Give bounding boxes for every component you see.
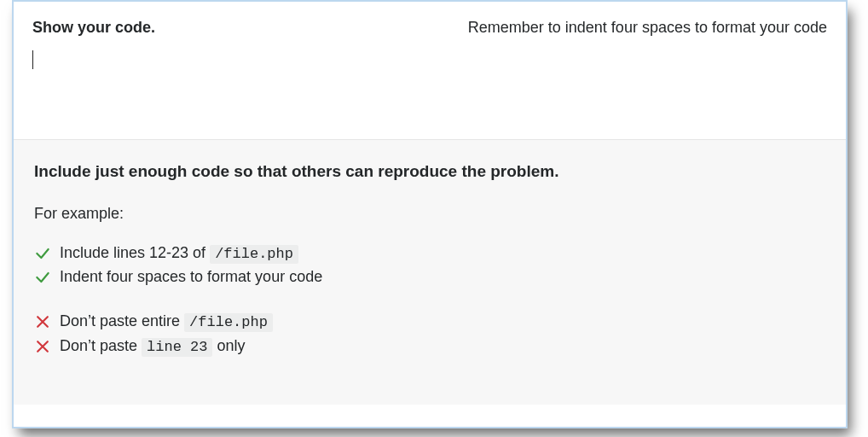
cross-icon xyxy=(34,338,60,355)
panel-header: Show your code. Remember to indent four … xyxy=(14,2,846,37)
guidance-headline: Include just enough code so that others … xyxy=(34,162,825,181)
indent-hint: Remember to indent four spaces to format… xyxy=(468,19,827,37)
tip-text: Include lines 12-23 of /file.php xyxy=(60,242,298,265)
code-input-panel: Show your code. Remember to indent four … xyxy=(12,0,848,428)
cross-icon xyxy=(34,313,60,330)
panel-title: Show your code. xyxy=(32,19,155,37)
check-icon xyxy=(34,269,60,286)
tip-text: Don’t paste line 23 only xyxy=(60,335,246,358)
bad-tips: Don’t paste entire /file.php Don’t paste… xyxy=(34,310,825,358)
guidance-section: Include just enough code so that others … xyxy=(14,139,846,405)
list-item: Don’t paste line 23 only xyxy=(34,335,825,358)
text-caret xyxy=(32,50,33,69)
check-icon xyxy=(34,245,60,262)
code-textarea[interactable] xyxy=(14,37,846,139)
good-tips: Include lines 12-23 of /file.php Indent … xyxy=(34,242,825,289)
list-item: Don’t paste entire /file.php xyxy=(34,310,825,334)
list-item: Indent four spaces to format your code xyxy=(34,265,825,289)
list-item: Include lines 12-23 of /file.php xyxy=(34,242,825,265)
guidance-example-label: For example: xyxy=(34,205,825,223)
tip-text: Indent four spaces to format your code xyxy=(60,265,322,289)
tip-text: Don’t paste entire /file.php xyxy=(60,310,273,334)
